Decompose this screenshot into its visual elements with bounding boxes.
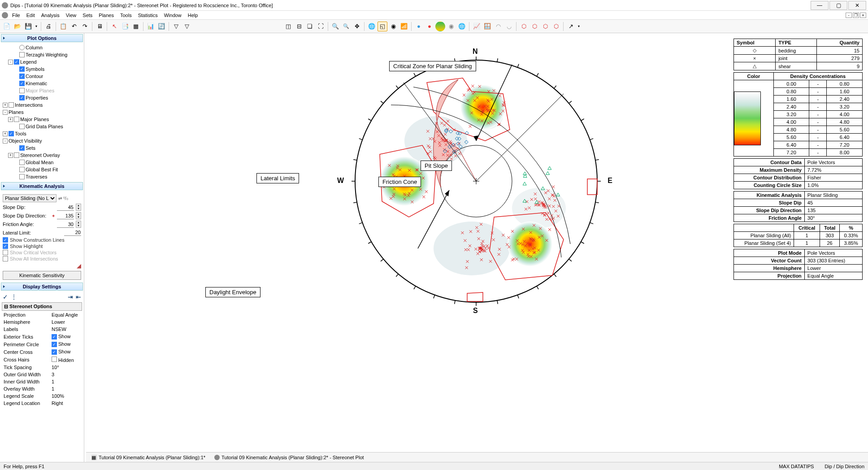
- globe-icon[interactable]: 🌐: [367, 22, 377, 31]
- export-icon[interactable]: ⇤: [76, 293, 81, 300]
- info-icon[interactable]: ⇄ ⁰/₀: [58, 196, 68, 201]
- arrange-icon[interactable]: ⛶: [316, 22, 326, 31]
- option-row[interactable]: Perimeter Circle✓ Show: [3, 341, 84, 348]
- redo-icon[interactable]: ↷: [80, 22, 90, 31]
- p4-icon[interactable]: ⬡: [551, 22, 561, 31]
- tile-h-icon[interactable]: ◫: [283, 22, 293, 31]
- menu-view[interactable]: View: [63, 12, 80, 19]
- tree-expand-icon[interactable]: -: [3, 139, 8, 144]
- menu-edit[interactable]: Edit: [23, 12, 38, 19]
- tree-item[interactable]: Traverses: [2, 173, 82, 180]
- option-row[interactable]: Legend LocationRight: [3, 400, 84, 406]
- zoom-in-icon[interactable]: 🔍: [330, 22, 340, 31]
- menu-sets[interactable]: Sets: [79, 12, 95, 19]
- apply-icon[interactable]: ✓: [3, 293, 8, 300]
- menu-file[interactable]: File: [9, 12, 23, 19]
- check-row[interactable]: ✓Show Construction Lines: [3, 237, 81, 243]
- menu-planes[interactable]: Planes: [95, 12, 117, 19]
- graph-icon[interactable]: 📈: [472, 22, 482, 31]
- tree-item[interactable]: -✓Legend: [2, 58, 82, 65]
- stereonet-options-header[interactable]: ⊟ Stereonet Options: [2, 302, 82, 311]
- tree-item[interactable]: -Object Visibility: [2, 137, 82, 144]
- menu-help[interactable]: Help: [185, 12, 201, 19]
- minimize-button[interactable]: —: [811, 1, 829, 10]
- plot-options-header[interactable]: Plot Options: [1, 34, 83, 42]
- cancel-icon[interactable]: ⋮: [11, 293, 17, 300]
- plane-icon[interactable]: ◱: [378, 22, 387, 31]
- tree-item[interactable]: +Intersections: [2, 101, 82, 109]
- tree-item[interactable]: +Stereonet Overlay: [2, 152, 82, 159]
- tree-item[interactable]: ✓Properties: [2, 94, 82, 101]
- cascade-icon[interactable]: ❏: [305, 22, 315, 31]
- option-row[interactable]: Legend Scale100%: [3, 393, 84, 399]
- option-row[interactable]: Outer Grid Width3: [3, 371, 84, 378]
- arrow-icon[interactable]: ↗: [566, 22, 576, 31]
- sheet-icon[interactable]: 📑: [120, 22, 130, 31]
- menu-window[interactable]: Window: [161, 12, 185, 19]
- maximize-button[interactable]: ▢: [829, 1, 847, 10]
- option-row[interactable]: HemisphereLower: [3, 319, 84, 325]
- display-settings-header[interactable]: Display Settings: [1, 283, 83, 291]
- field-input[interactable]: [64, 229, 81, 236]
- p2-icon[interactable]: ⬡: [529, 22, 539, 31]
- tree-item[interactable]: ✓Sets: [2, 144, 82, 152]
- c1-icon[interactable]: ●: [414, 22, 424, 31]
- check-row[interactable]: ✓Show Highlight: [3, 244, 81, 249]
- tree-item[interactable]: Global Mean: [2, 159, 82, 166]
- tree-expand-icon[interactable]: +: [3, 103, 8, 108]
- option-row[interactable]: Exterior Ticks✓ Show: [3, 333, 84, 340]
- tab-2[interactable]: Tutorial 09 Kinematic Analysis (Planar S…: [213, 454, 366, 461]
- field-input[interactable]: [57, 213, 74, 219]
- c2-icon[interactable]: ●: [425, 22, 434, 31]
- grid-icon[interactable]: ▦: [131, 22, 141, 31]
- tree-item[interactable]: Column: [2, 44, 82, 51]
- new-icon[interactable]: 📄: [2, 22, 12, 31]
- undo-icon[interactable]: ↶: [69, 22, 79, 31]
- tree-expand-icon[interactable]: -: [8, 60, 13, 65]
- c4-icon[interactable]: ◉: [446, 22, 456, 31]
- tree-item[interactable]: Grid Data Planes: [2, 123, 82, 130]
- kinematic-header[interactable]: Kinematic Analysis: [1, 182, 83, 190]
- hist-icon[interactable]: 📶: [399, 22, 409, 31]
- win-icon[interactable]: 🪟: [482, 22, 492, 31]
- tree-item[interactable]: +Major Planes: [2, 116, 82, 123]
- rotate-icon[interactable]: 🔄: [156, 22, 166, 31]
- copy-icon[interactable]: 📋: [58, 22, 68, 31]
- plot-canvas[interactable]: N S E W Critical Zone for Planar Sliding…: [84, 33, 868, 462]
- save-dropdown-icon[interactable]: ▼: [34, 22, 39, 31]
- analysis-type-select[interactable]: Planar Sliding (No Limits): [3, 194, 56, 202]
- filter-icon[interactable]: ▽: [171, 22, 181, 31]
- c3-icon[interactable]: [435, 22, 445, 31]
- tile-v-icon[interactable]: ⊟: [294, 22, 304, 31]
- tree-item[interactable]: ✓Symbols: [2, 65, 82, 73]
- import-icon[interactable]: ⇥: [68, 293, 73, 300]
- p1-icon[interactable]: ⬡: [519, 22, 529, 31]
- arrow-drop-icon[interactable]: ▼: [577, 22, 581, 31]
- rose-icon[interactable]: ◉: [388, 22, 398, 31]
- menu-statistics[interactable]: Statistics: [135, 12, 161, 19]
- tree-item[interactable]: Terzaghi Weighting: [2, 51, 82, 58]
- sensitivity-icon[interactable]: ◢: [3, 262, 81, 269]
- mdi-close-button[interactable]: ×: [860, 13, 866, 18]
- tree-expand-icon[interactable]: +: [8, 117, 13, 122]
- tree-item[interactable]: Global Best Fit: [2, 166, 82, 173]
- print-icon[interactable]: 🖨: [43, 22, 53, 31]
- sensitivity-button[interactable]: Kinematic Sensitivity: [3, 271, 81, 280]
- filter2-icon[interactable]: ▽: [182, 22, 192, 31]
- option-row[interactable]: Overlay Width1: [3, 386, 84, 392]
- mdi-restore-button[interactable]: ❐: [853, 13, 859, 18]
- option-row[interactable]: Tick Spacing10°: [3, 364, 84, 370]
- option-row[interactable]: Cross Hairs Hidden: [3, 356, 84, 363]
- zoom-out-icon[interactable]: 🔍: [341, 22, 351, 31]
- close-button[interactable]: ✕: [848, 1, 866, 10]
- option-row[interactable]: ProjectionEqual Angle: [3, 312, 84, 318]
- tree-item[interactable]: -Planes: [2, 109, 82, 116]
- arc1-icon[interactable]: ◠: [493, 22, 503, 31]
- option-row[interactable]: Center Cross✓ Show: [3, 348, 84, 355]
- field-input[interactable]: [57, 204, 74, 211]
- tree-item[interactable]: ✓Contour: [2, 73, 82, 80]
- open-icon[interactable]: 📂: [13, 22, 22, 31]
- tree-expand-icon[interactable]: +: [3, 131, 8, 136]
- tree-item[interactable]: ✓Kinematic: [2, 80, 82, 87]
- screen-icon[interactable]: 🖥: [95, 22, 104, 31]
